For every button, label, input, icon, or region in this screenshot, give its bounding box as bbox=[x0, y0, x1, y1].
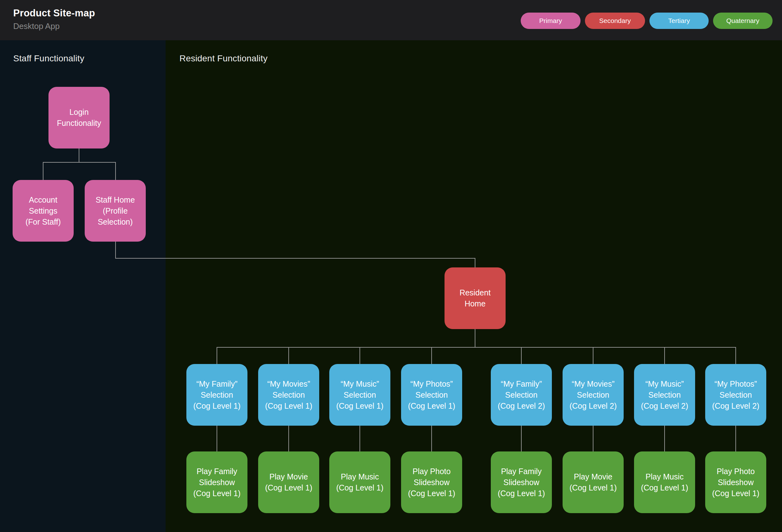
connector-line bbox=[475, 258, 475, 267]
page-title: Product Site-map bbox=[13, 7, 95, 19]
node-play-movie-2[interactable]: Play Movie (Cog Level 1) bbox=[563, 452, 624, 513]
node-label: Login Functionality bbox=[57, 107, 101, 129]
connector-line bbox=[664, 347, 665, 364]
sitemap-canvas: Product Site-map Desktop App Primary Sec… bbox=[0, 0, 782, 532]
node-play-movie-1[interactable]: Play Movie (Cog Level 1) bbox=[258, 452, 319, 513]
node-account-settings[interactable]: Account Settings (For Staff) bbox=[12, 180, 74, 241]
node-label: Resident Home bbox=[460, 287, 491, 309]
header: Product Site-map Desktop App Primary Sec… bbox=[0, 0, 782, 40]
connector-line bbox=[593, 347, 594, 364]
connector-line bbox=[359, 426, 360, 452]
node-label: Staff Home (Profile Selection) bbox=[96, 194, 135, 227]
node-my-family-selection-cog2[interactable]: “My Family” Selection (Cog Level 2) bbox=[491, 364, 552, 426]
node-my-movies-selection-cog1[interactable]: “My Movies” Selection (Cog Level 1) bbox=[258, 364, 319, 426]
page-subtitle: Desktop App bbox=[13, 22, 60, 31]
node-login-functionality[interactable]: Login Functionality bbox=[48, 87, 110, 149]
node-staff-home[interactable]: Staff Home (Profile Selection) bbox=[85, 180, 146, 241]
connector-line bbox=[521, 426, 522, 452]
resident-section-label: Resident Functionality bbox=[179, 53, 268, 64]
connector-line bbox=[593, 426, 594, 452]
legend-pill-primary[interactable]: Primary bbox=[521, 12, 580, 29]
connector-line bbox=[736, 347, 736, 364]
node-my-photos-selection-cog1[interactable]: “My Photos” Selection (Cog Level 1) bbox=[401, 364, 462, 426]
node-label: Play Movie (Cog Level 1) bbox=[265, 471, 312, 493]
node-label: “My Family” Selection (Cog Level 2) bbox=[498, 378, 545, 412]
node-my-photos-selection-cog2[interactable]: “My Photos” Selection (Cog Level 2) bbox=[705, 364, 766, 426]
connector-line bbox=[736, 426, 736, 452]
node-label: “My Photos” Selection (Cog Level 2) bbox=[712, 378, 759, 412]
node-play-photo-slideshow-2[interactable]: Play Photo Slideshow (Cog Level 1) bbox=[705, 452, 766, 513]
node-label: “My Family” Selection (Cog Level 1) bbox=[193, 378, 241, 412]
legend: Primary Secondary Tertiary Quaternary bbox=[521, 12, 773, 29]
node-play-music-1[interactable]: Play Music (Cog Level 1) bbox=[329, 452, 390, 513]
node-label: Play Family Slideshow (Cog Level 1) bbox=[498, 466, 545, 499]
connector-line bbox=[288, 347, 289, 364]
node-label: Play Movie (Cog Level 1) bbox=[569, 471, 617, 493]
node-label: Play Music (Cog Level 1) bbox=[336, 471, 384, 493]
connector-line bbox=[115, 241, 116, 259]
connector-line bbox=[288, 426, 289, 452]
node-play-family-slideshow-1[interactable]: Play Family Slideshow (Cog Level 1) bbox=[186, 452, 247, 513]
node-play-music-2[interactable]: Play Music (Cog Level 1) bbox=[634, 452, 695, 513]
node-label: “My Music” Selection (Cog Level 1) bbox=[336, 378, 384, 412]
connector-line bbox=[217, 347, 217, 364]
node-play-photo-slideshow-1[interactable]: Play Photo Slideshow (Cog Level 1) bbox=[401, 452, 462, 513]
node-label: Play Photo Slideshow (Cog Level 1) bbox=[712, 466, 759, 499]
node-label: “My Movies” Selection (Cog Level 2) bbox=[569, 378, 617, 412]
connector-line bbox=[115, 258, 475, 259]
legend-pill-tertiary[interactable]: Tertiary bbox=[649, 12, 709, 29]
connector-line bbox=[79, 148, 79, 163]
node-label: Play Music (Cog Level 1) bbox=[641, 471, 688, 493]
node-label: “My Movies” Selection (Cog Level 1) bbox=[265, 378, 312, 412]
staff-section-label: Staff Functionality bbox=[13, 53, 84, 64]
node-my-movies-selection-cog2[interactable]: “My Movies” Selection (Cog Level 2) bbox=[563, 364, 624, 426]
node-label: Account Settings (For Staff) bbox=[26, 194, 61, 227]
connector-line bbox=[217, 347, 736, 348]
legend-pill-secondary[interactable]: Secondary bbox=[585, 12, 645, 29]
node-resident-home[interactable]: Resident Home bbox=[445, 267, 506, 329]
legend-pill-quaternary[interactable]: Quaternary bbox=[713, 12, 773, 29]
connector-line bbox=[115, 162, 116, 180]
connector-line bbox=[475, 329, 475, 348]
node-play-family-slideshow-2[interactable]: Play Family Slideshow (Cog Level 1) bbox=[491, 452, 552, 513]
connector-line bbox=[43, 162, 43, 180]
connector-line bbox=[43, 162, 116, 163]
node-my-music-selection-cog1[interactable]: “My Music” Selection (Cog Level 1) bbox=[329, 364, 390, 426]
node-label: Play Photo Slideshow (Cog Level 1) bbox=[408, 466, 455, 499]
connector-line bbox=[521, 347, 522, 364]
node-my-family-selection-cog1[interactable]: “My Family” Selection (Cog Level 1) bbox=[186, 364, 247, 426]
connector-line bbox=[431, 347, 432, 364]
node-label: Play Family Slideshow (Cog Level 1) bbox=[193, 466, 241, 499]
node-label: “My Photos” Selection (Cog Level 1) bbox=[408, 378, 455, 412]
connector-line bbox=[431, 426, 432, 452]
connector-line bbox=[664, 426, 665, 452]
node-my-music-selection-cog2[interactable]: “My Music” Selection (Cog Level 2) bbox=[634, 364, 695, 426]
node-label: “My Music” Selection (Cog Level 2) bbox=[641, 378, 688, 412]
connector-line bbox=[217, 426, 217, 452]
connector-line bbox=[359, 347, 360, 364]
